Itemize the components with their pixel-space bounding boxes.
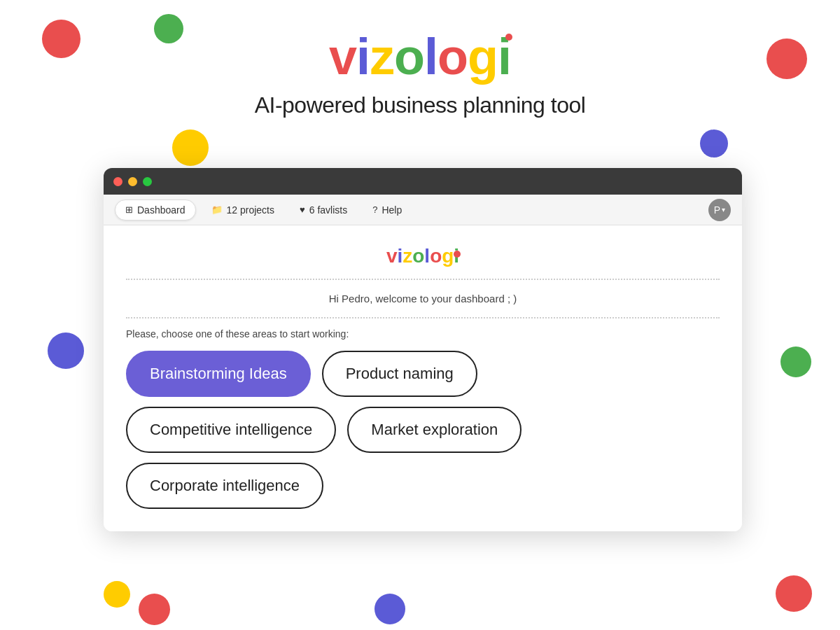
logo-letter-i1: i — [356, 29, 370, 85]
hero-subtitle: AI-powered business planning tool — [255, 92, 586, 118]
logo-letter-z: z — [370, 29, 394, 85]
areas-row-1: Brainstorming Ideas Product naming — [126, 351, 720, 397]
avatar-chevron: ▾ — [722, 206, 725, 214]
inner-logo-o2: o — [430, 245, 442, 267]
areas-row-2: Competitive intelligence Market explorat… — [126, 407, 720, 453]
nav-projects[interactable]: 📁 12 projects — [202, 200, 284, 220]
areas-row-3: Corporate intelligence — [126, 463, 720, 509]
browser-titlebar — [104, 168, 742, 195]
deco-circle-1 — [42, 20, 80, 58]
deco-circle-5 — [766, 38, 807, 79]
inner-logo-v: v — [386, 245, 398, 267]
divider-bottom — [126, 317, 720, 318]
inner-logo-z: z — [402, 245, 412, 267]
nav-projects-label: 12 projects — [227, 204, 274, 216]
welcome-message: Hi Pedro, welcome to your dashboard ; ) — [126, 288, 720, 309]
logo-letter-o2: o — [438, 29, 468, 85]
help-icon: ? — [372, 204, 377, 215]
nav-favlists[interactable]: ♥ 6 favlists — [290, 200, 357, 220]
hero-section: vizologi AI-powered business planning to… — [0, 0, 840, 118]
area-product-naming[interactable]: Product naming — [322, 351, 477, 397]
browser-content: vizologi Hi Pedro, welcome to your dashb… — [104, 225, 742, 531]
logo-letter-i2: i — [498, 28, 511, 85]
deco-circle-9 — [104, 581, 130, 608]
nav-favlists-label: 6 favlists — [309, 204, 347, 216]
deco-circle-3 — [172, 130, 209, 166]
browser-dot-green[interactable] — [143, 177, 152, 186]
area-competitive-intelligence[interactable]: Competitive intelligence — [126, 407, 336, 453]
dashboard-icon: ⊞ — [125, 204, 133, 215]
inner-logo-i2: i — [454, 245, 459, 267]
area-market-exploration[interactable]: Market exploration — [347, 407, 522, 453]
divider-top — [126, 279, 720, 280]
user-avatar[interactable]: P ▾ — [708, 199, 731, 221]
deco-circle-8 — [780, 346, 811, 377]
deco-circle-4 — [700, 130, 728, 158]
area-corporate-intelligence[interactable]: Corporate intelligence — [126, 463, 323, 509]
areas-grid: Brainstorming Ideas Product naming Compe… — [126, 351, 720, 509]
area-brainstorming[interactable]: Brainstorming Ideas — [126, 351, 311, 397]
deco-circle-10 — [139, 594, 170, 625]
browser-dot-yellow[interactable] — [128, 177, 137, 186]
inner-logo: vizologi — [126, 245, 720, 267]
deco-circle-7 — [48, 332, 84, 369]
logo-letter-g: g — [468, 29, 498, 85]
avatar-initial: P — [714, 204, 720, 216]
nav-help-label: Help — [382, 204, 402, 216]
deco-circle-12 — [776, 575, 812, 612]
nav-dashboard[interactable]: ⊞ Dashboard — [115, 200, 196, 220]
nav-dashboard-label: Dashboard — [137, 204, 186, 216]
logo-letter-o: o — [394, 29, 424, 85]
nav-help[interactable]: ? Help — [363, 200, 412, 220]
hero-logo: vizologi — [329, 28, 511, 85]
browser-nav: ⊞ Dashboard 📁 12 projects ♥ 6 favlists ?… — [104, 195, 742, 225]
deco-circle-2 — [154, 14, 183, 43]
folder-icon: 📁 — [211, 204, 223, 215]
browser-window: ⊞ Dashboard 📁 12 projects ♥ 6 favlists ?… — [104, 168, 742, 531]
deco-circle-11 — [374, 594, 405, 624]
inner-logo-g: g — [442, 245, 454, 267]
choose-label: Please, choose one of these areas to sta… — [126, 328, 720, 340]
logo-letter-l: l — [424, 29, 438, 85]
heart-icon: ♥ — [300, 204, 305, 215]
inner-logo-l: l — [424, 245, 430, 267]
browser-dot-red[interactable] — [113, 177, 122, 186]
logo-letter-v: v — [329, 29, 356, 85]
inner-logo-o: o — [412, 245, 424, 267]
